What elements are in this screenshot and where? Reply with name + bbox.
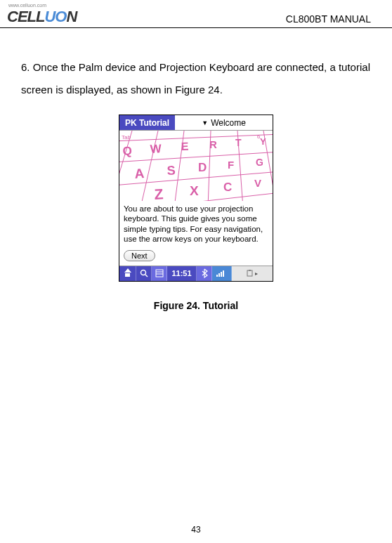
- home-icon[interactable]: [119, 266, 136, 281]
- svg-text:C: C: [223, 181, 232, 194]
- svg-text:Z: Z: [154, 185, 164, 201]
- logo-url: www.celluon.com: [8, 3, 46, 8]
- svg-text:T: T: [235, 137, 242, 148]
- battery-icon[interactable]: ▸: [232, 266, 273, 281]
- section-label: Welcome: [211, 118, 246, 128]
- logo-text: CELLUON: [7, 8, 77, 26]
- svg-text:W: W: [150, 142, 162, 156]
- svg-rect-35: [223, 270, 224, 277]
- menu-icon[interactable]: [152, 266, 167, 281]
- manual-title: CL800BT MANUAL: [286, 13, 371, 25]
- device-screenshot: PK Tutorial ▼ Welcome: [119, 115, 273, 282]
- next-button[interactable]: Next: [124, 250, 155, 261]
- taskbar-clock[interactable]: 11:51: [167, 266, 197, 281]
- section-dropdown[interactable]: ▼ Welcome: [175, 118, 273, 128]
- svg-line-0: [119, 134, 273, 141]
- svg-text:Y: Y: [260, 136, 266, 147]
- svg-line-1: [119, 152, 273, 162]
- svg-rect-29: [156, 270, 163, 277]
- device-taskbar: 11:51 ▸: [119, 266, 273, 281]
- svg-rect-36: [247, 270, 252, 276]
- svg-line-28: [145, 275, 148, 277]
- svg-text:V: V: [254, 177, 261, 189]
- svg-rect-37: [249, 270, 251, 271]
- svg-text:Q: Q: [122, 144, 133, 158]
- svg-text:A: A: [134, 166, 145, 181]
- svg-rect-32: [216, 275, 218, 277]
- app-title: PK Tutorial: [119, 115, 175, 130]
- svg-text:X: X: [190, 183, 199, 198]
- instruction-paragraph: 6. Once the Palm device and Projection K…: [21, 56, 371, 100]
- bluetooth-icon[interactable]: [197, 266, 212, 281]
- svg-rect-34: [221, 272, 222, 277]
- keyboard-illustration: Q W E R T Y A S D F G Z X C V: [119, 131, 273, 201]
- svg-text:E: E: [181, 140, 190, 152]
- svg-text:F: F: [228, 159, 234, 171]
- svg-text:S: S: [166, 163, 176, 178]
- page-number: 43: [0, 525, 392, 535]
- brand-logo: www.celluon.com CELLUON: [7, 3, 77, 26]
- svg-line-4: [119, 131, 132, 201]
- tutorial-message: You are about to use your projection key…: [119, 201, 273, 249]
- svg-rect-33: [218, 273, 220, 277]
- figure-caption: Figure 24. Tutorial: [154, 300, 238, 311]
- svg-text:Tab: Tab: [122, 134, 131, 140]
- svg-text:D: D: [198, 161, 207, 174]
- chevron-down-icon: ▼: [202, 119, 208, 126]
- svg-point-27: [141, 270, 145, 275]
- search-icon[interactable]: [136, 266, 152, 281]
- svg-text:R: R: [209, 138, 217, 150]
- signal-icon[interactable]: [212, 266, 232, 281]
- svg-text:6: 6: [257, 133, 261, 140]
- svg-text:G: G: [256, 157, 263, 168]
- device-titlebar: PK Tutorial ▼ Welcome: [119, 115, 273, 131]
